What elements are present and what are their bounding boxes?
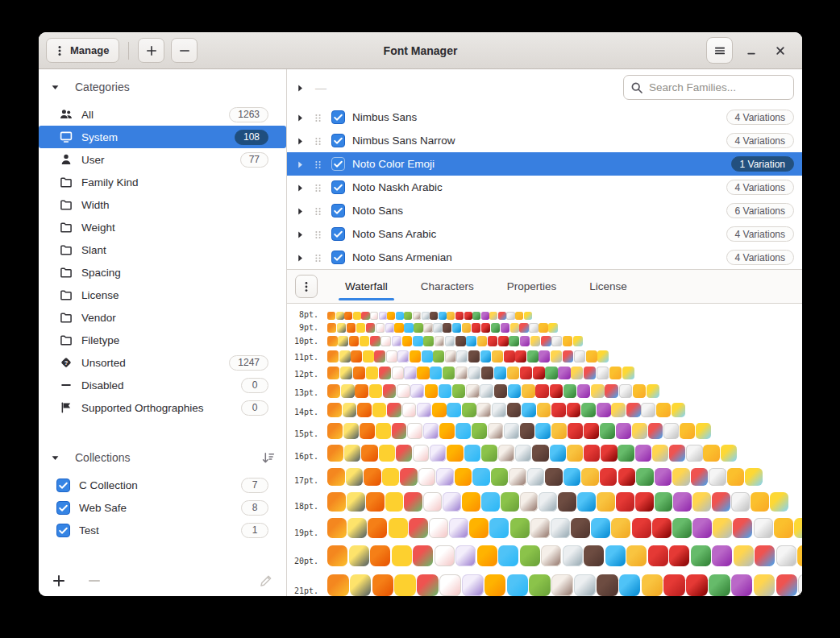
font-row[interactable]: Nimbus Sans4 Variations — [287, 106, 802, 129]
sidebar-item-disabled[interactable]: Disabled0 — [39, 374, 286, 396]
search-box[interactable] — [623, 75, 794, 100]
collections-header[interactable]: Collections — [50, 446, 275, 469]
font-checkbox[interactable] — [331, 227, 345, 241]
font-row[interactable]: Noto Sans Armenian4 Variations — [287, 246, 802, 269]
sort-icon[interactable] — [261, 451, 275, 465]
row-expander-icon[interactable] — [295, 205, 306, 216]
emoji-ogre: 👹 — [648, 545, 668, 566]
waterfall-size-label: 14pt. — [287, 408, 325, 418]
emoji-carousel-horse: 🎠 — [443, 492, 461, 512]
preview-tabs: WaterfallCharactersPropertiesLicense — [343, 270, 629, 303]
expand-all-icon[interactable] — [295, 82, 306, 93]
font-name: Noto Sans Arabic — [352, 228, 726, 240]
count-badge: 77 — [240, 152, 268, 168]
remove-fonts-button[interactable] — [171, 38, 198, 63]
sidebar-item-vendor[interactable]: Vendor — [39, 306, 286, 329]
emoji-dragon: 🐉 — [618, 445, 634, 462]
collection-item-c-collection[interactable]: C Collection7 — [39, 474, 286, 496]
font-checkbox[interactable] — [331, 134, 345, 147]
waterfall-row-17pt: 17pt.🔥📸🎃💛🎢🇯🇵🎠♋🇩✳🐶🏛🦬🩳🦵👹🐞🐉👿🤴🌈®☝🤤 — [287, 462, 802, 487]
tab-license[interactable]: License — [588, 270, 629, 303]
preview-menu-button[interactable] — [295, 275, 318, 298]
sidebar-item-system[interactable]: System108 — [39, 126, 286, 148]
font-checkbox[interactable] — [331, 204, 345, 218]
variations-badge: 4 Variations — [726, 110, 794, 125]
sidebar-item-user[interactable]: User77 — [39, 148, 286, 171]
sidebar-item-all[interactable]: All1263 — [39, 103, 286, 126]
emoji-jack-o-lantern: 🎃 — [355, 384, 368, 398]
emoji-fire: 🔥 — [327, 336, 338, 346]
drag-handle-icon[interactable] — [313, 205, 323, 216]
search-icon — [630, 81, 643, 94]
emoji-index-pointing-up: ☝ — [751, 492, 769, 512]
sidebar-item-weight[interactable]: Weight — [39, 216, 286, 238]
search-input[interactable] — [649, 81, 787, 93]
sidebar-item-license[interactable]: License — [39, 284, 286, 306]
drag-handle-icon[interactable] — [313, 135, 323, 146]
collection-item-web-safe[interactable]: Web Safe8 — [39, 496, 286, 519]
collection-checkbox[interactable] — [56, 501, 70, 515]
font-row[interactable]: Noto Sans6 Variations — [287, 199, 802, 222]
font-checkbox[interactable] — [331, 110, 345, 124]
drag-handle-icon[interactable] — [313, 182, 323, 193]
waterfall-sample-line: 🔥📸🎃💛🎢🇯🇵🎠♋🇩✳🐶🏛🦬🩳🦵👹🐞🐉👿🤴🌈®☝🤤 — [325, 541, 802, 567]
font-row[interactable]: Nimbus Sans Narrow4 Variations — [287, 129, 802, 152]
sidebar-item-slant[interactable]: Slant — [39, 238, 286, 261]
sidebar-item-filetype[interactable]: Filetype — [39, 329, 286, 351]
sidebar-item-width[interactable]: Width — [39, 193, 286, 216]
drag-handle-icon[interactable] — [313, 229, 323, 239]
minimize-button[interactable] — [741, 40, 762, 61]
sidebar-item-family-kind[interactable]: Family Kind — [39, 171, 286, 193]
emoji-regional-indicator-d: 🇩 — [498, 545, 518, 566]
waterfall-preview[interactable]: 8pt.🔥📸🎃💛🎢🇯🇵🎠♋🇩✳🐶🏛🦬🩳🦵👹🐞🐉👿🤴🌈®☝🤤9pt.🔥📸🎃💛🎢🇯🇵… — [287, 304, 802, 596]
edit-collection-button[interactable] — [259, 574, 273, 588]
emoji-classical-building: 🏛 — [574, 574, 596, 596]
font-row[interactable]: Noto Naskh Arabic4 Variations — [287, 176, 802, 199]
tab-characters[interactable]: Characters — [419, 270, 476, 303]
folder-icon — [60, 266, 73, 279]
emoji-eight-spoked-asterisk: ✳ — [510, 518, 530, 538]
emoji-rainbow: 🌈 — [519, 323, 528, 333]
drag-handle-icon[interactable] — [313, 112, 323, 122]
drag-handle-icon[interactable] — [313, 159, 323, 169]
emoji-angry-face-with-horns: 👿 — [577, 384, 590, 398]
emoji-regional-indicator-d: 🇩 — [439, 384, 451, 398]
add-fonts-button[interactable] — [138, 38, 164, 63]
sidebar-item-unsorted[interactable]: ?Unsorted1247 — [39, 351, 286, 374]
row-expander-icon[interactable] — [295, 135, 306, 146]
categories-header[interactable]: Categories — [50, 76, 275, 98]
collection-checkbox[interactable] — [56, 478, 70, 492]
tab-properties[interactable]: Properties — [505, 270, 559, 303]
font-checkbox[interactable] — [331, 157, 345, 171]
variations-badge: 4 Variations — [726, 250, 794, 265]
emoji-leg: 🦵 — [551, 423, 567, 439]
sidebar-item-supported-orthographies[interactable]: Supported Orthographies0 — [39, 396, 286, 419]
emoji-leg: 🦵 — [477, 336, 488, 346]
close-button[interactable] — [770, 40, 791, 61]
font-row[interactable]: Noto Color Emoji1 Variation — [287, 152, 802, 176]
emoji-eight-spoked-asterisk: ✳ — [404, 312, 412, 320]
remove-collection-button[interactable] — [87, 574, 102, 588]
row-expander-icon[interactable] — [295, 182, 306, 193]
row-expander-icon[interactable] — [295, 112, 306, 122]
emoji-camera-with-flash: 📸 — [339, 350, 351, 362]
font-checkbox[interactable] — [331, 251, 345, 264]
emoji-dog-face: 🐶 — [541, 545, 561, 566]
font-checkbox[interactable] — [331, 180, 345, 194]
collection-item-test[interactable]: Test1 — [39, 519, 286, 541]
emoji-leg: 🦵 — [642, 574, 663, 596]
collection-checkbox[interactable] — [56, 524, 70, 537]
row-expander-icon[interactable] — [295, 252, 306, 263]
row-expander-icon[interactable] — [295, 229, 306, 239]
emoji-shorts: 🩳 — [563, 468, 581, 486]
titlebar[interactable]: Manage Font Manager — [39, 32, 802, 69]
font-row[interactable]: Noto Sans Arabic4 Variations — [287, 222, 802, 246]
drag-handle-icon[interactable] — [313, 252, 323, 263]
sidebar-item-spacing[interactable]: Spacing — [39, 261, 286, 284]
app-menu-button[interactable] — [706, 37, 733, 64]
emoji-prince: 🤴 — [530, 336, 541, 346]
add-collection-button[interactable] — [52, 574, 66, 588]
manage-button[interactable]: Manage — [46, 38, 119, 63]
tab-waterfall[interactable]: Waterfall — [343, 270, 389, 303]
row-expander-icon[interactable] — [295, 159, 306, 169]
